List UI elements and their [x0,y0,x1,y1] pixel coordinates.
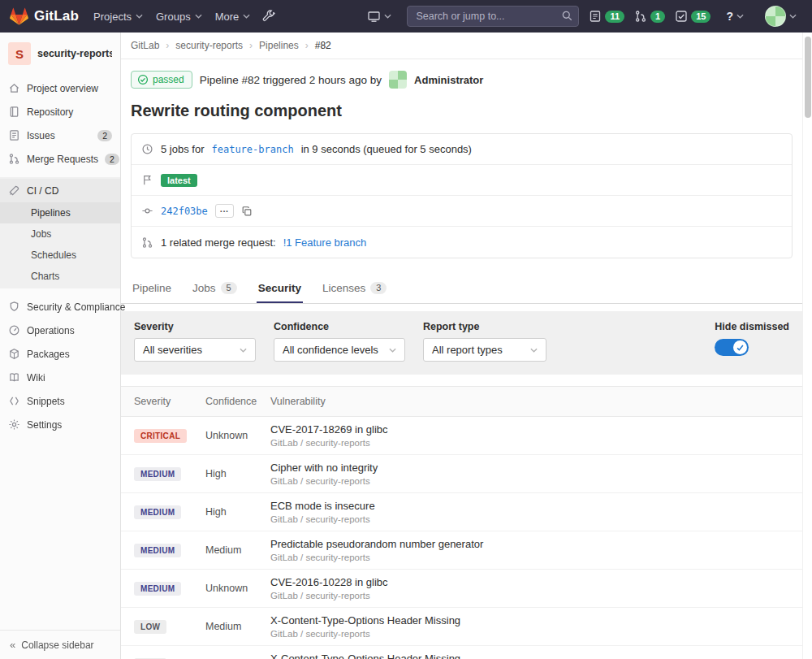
confidence-value: Medium [205,621,270,632]
pipeline-status-badge[interactable]: passed [131,71,192,89]
collapse-sidebar-button[interactable]: « Collapse sidebar [0,630,120,659]
commit-row: 242f03be ··· [132,196,792,227]
commit-icon [141,205,153,217]
report-type-dropdown[interactable]: All report types [423,338,546,362]
confidence-filter: Confidence All confidence levels [274,321,405,362]
sidebar-item-label: Wiki [27,372,45,384]
todos-counter[interactable]: 15 [675,10,710,23]
issues-counter[interactable]: 11 [589,10,624,23]
breadcrumb-project[interactable]: security-reports [175,40,243,51]
sidebar-item-security-compliance[interactable]: Security & Compliance [0,295,120,319]
merge-requests-counter[interactable]: 1 [634,10,665,23]
tab-jobs[interactable]: Jobs 5 [191,273,239,303]
jobs-info-row: 5 jobs for feature-branch in 9 seconds (… [132,134,792,165]
vulnerability-row[interactable]: MEDIUM High ECB mode is insecure GitLab … [121,493,802,531]
sidebar-item-issues[interactable]: Issues 2 [0,124,120,147]
sidebar-subitem-charts[interactable]: Charts [0,266,120,287]
breadcrumb-separator: › [249,40,253,51]
sidebar-project-header[interactable]: S security-reports [0,33,120,76]
toggle-knob [733,340,747,354]
author-link[interactable]: Administrator [414,74,483,86]
vulnerability-title: ECB mode is insecure [270,500,802,512]
branch-link[interactable]: feature-branch [211,144,293,155]
commit-sha-link[interactable]: 242f03be [161,206,208,217]
nav-menu-projects[interactable]: Projects [87,6,149,28]
report-type-dropdown-value: All report types [432,344,503,356]
tab-label: Security [258,282,301,294]
tab-pipeline[interactable]: Pipeline [131,273,173,303]
todo-check-icon [675,10,688,23]
issues-icon [8,129,20,141]
top-navbar: GitLab Projects Groups More 11 1 [0,0,812,33]
search-input[interactable] [407,6,579,27]
brand-text: GitLab [34,8,79,24]
pipeline-summary: Pipeline #82 triggered 2 hours ago by [200,74,382,86]
vulnerability-row[interactable]: MEDIUM Unknown CVE-2016-10228 in glibc G… [121,570,802,608]
sidebar-item-operations[interactable]: Operations [0,319,120,342]
snippet-icon [8,395,20,407]
sidebar-item-wiki[interactable]: Wiki [0,366,120,389]
sidebar-item-snippets[interactable]: Snippets [0,389,120,413]
vulnerability-title: CVE-2016-10228 in glibc [270,576,802,588]
severity-badge: MEDIUM [134,582,181,596]
breadcrumb-pipelines[interactable]: Pipelines [259,40,299,51]
vulnerability-project: GitLab / security-reports [270,629,802,639]
pipeline-info-box: 5 jobs for feature-branch in 9 seconds (… [131,133,793,258]
tab-security[interactable]: Security [257,273,303,303]
gauge-icon [8,324,20,336]
severity-dropdown-value: All severities [143,344,202,356]
sidebar-item-repository[interactable]: Repository [0,100,120,124]
shield-icon [8,301,20,313]
new-menu[interactable] [361,6,397,28]
help-menu[interactable]: ? [720,5,749,28]
severity-badge: MEDIUM [134,467,181,481]
vulnerability-row[interactable]: CRITICAL Unknown CVE-2017-18269 in glibc… [121,417,802,455]
hide-dismissed-toggle[interactable] [715,339,749,356]
vulnerability-row[interactable]: MEDIUM Medium Predictable pseudorandom n… [121,531,802,570]
expand-commit-button[interactable]: ··· [215,204,234,218]
sidebar-item-cicd[interactable]: CI / CD [0,179,120,202]
confidence-dropdown[interactable]: All confidence levels [274,338,405,362]
vulnerability-row[interactable]: LOW Medium X-Content-Type-Options Header… [121,608,802,646]
merge-request-icon [634,10,647,23]
user-menu[interactable] [759,1,802,32]
page-title: Rewrite routing component [121,93,802,133]
duration-text: in 9 seconds (queued for 5 seconds) [301,143,472,155]
vulnerability-row[interactable]: LOW Medium X-Content-Type-Options Header… [121,646,802,659]
author-avatar[interactable] [389,71,407,89]
vulnerability-project: GitLab / security-reports [270,591,802,600]
sidebar-item-packages[interactable]: Packages [0,342,120,366]
tanuki-icon [10,7,28,26]
scrollbar-thumb[interactable] [805,37,811,118]
breadcrumb: GitLab › security-reports › Pipelines › … [121,33,802,59]
confidence-value: Medium [205,544,270,556]
admin-area-button[interactable] [257,5,281,28]
sidebar-subitem-pipelines[interactable]: Pipelines [0,202,120,223]
sidebar-section-cicd: CI / CD Pipelines Jobs Schedules Charts [0,177,120,288]
report-type-filter-label: Report type [423,321,546,332]
tab-licenses[interactable]: Licenses 3 [321,273,388,303]
nav-menu-more[interactable]: More [209,6,257,28]
breadcrumb-gitlab[interactable]: GitLab [131,40,159,51]
sidebar-item-label: Security & Compliance [27,301,125,313]
chevron-down-icon [736,14,744,19]
vulnerability-project: GitLab / security-reports [270,476,802,486]
sidebar-item-merge-requests[interactable]: Merge Requests 2 [0,147,120,171]
related-mr-link[interactable]: !1 Feature branch [283,236,367,249]
breadcrumb-separator: › [166,40,169,51]
search-icon[interactable] [561,10,573,22]
gitlab-logo[interactable]: GitLab [10,7,79,26]
sidebar-subitem-schedules[interactable]: Schedules [0,245,120,266]
sidebar-item-settings[interactable]: Settings [0,413,120,436]
issues-count-badge: 11 [605,11,624,23]
sidebar-subitem-jobs[interactable]: Jobs [0,223,120,245]
vulnerability-row[interactable]: MEDIUM High Cipher with no integrity Git… [121,455,802,493]
severity-dropdown[interactable]: All severities [134,338,256,362]
related-mr-text: 1 related merge request: [161,236,276,249]
sidebar-item-project-overview[interactable]: Project overview [0,76,120,100]
sidebar-item-label: Operations [27,325,75,336]
header-severity: Severity [134,396,205,407]
copy-sha-button[interactable] [241,206,253,217]
confidence-filter-label: Confidence [274,321,405,332]
nav-menu-groups[interactable]: Groups [149,6,209,28]
